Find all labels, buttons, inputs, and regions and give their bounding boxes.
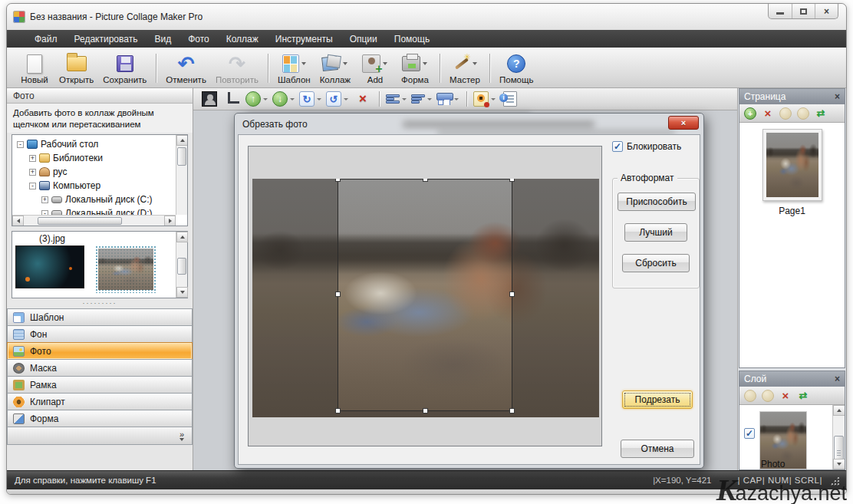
collapse-icon[interactable]: -	[17, 141, 24, 148]
panel-splitter[interactable]: ·········	[7, 298, 193, 308]
tree-item-desktop[interactable]: - Рабочий стол	[15, 137, 187, 151]
layer-visibility-checkbox[interactable]: ✓	[744, 428, 755, 439]
tree-item-user[interactable]: + рус	[15, 165, 187, 179]
bring-forward-button[interactable]: ↑	[245, 91, 269, 107]
menu-help[interactable]: Помощь	[387, 31, 437, 47]
scroll-down-arrow[interactable]	[176, 287, 188, 298]
menu-tools[interactable]: Инструменты	[268, 31, 341, 47]
minimize-button[interactable]	[769, 4, 792, 18]
crop-handle-bottom-left[interactable]	[335, 408, 341, 413]
accordion-item-shape[interactable]: Форма	[7, 410, 193, 427]
scroll-up-arrow[interactable]	[176, 232, 188, 242]
accordion-item-background[interactable]: Фон	[7, 325, 193, 343]
move-layer-down-button[interactable]	[762, 390, 774, 402]
move-layer-up-button[interactable]	[744, 390, 756, 402]
crop-handle-middle-right[interactable]	[509, 292, 515, 297]
menu-view[interactable]: Вид	[147, 31, 179, 47]
swap-pages-button[interactable]: ⇄	[815, 107, 827, 120]
crop-handle-top-left[interactable]	[335, 179, 341, 182]
send-backward-button[interactable]: ↓	[272, 91, 296, 107]
fit-button[interactable]: Приспособить	[618, 193, 696, 211]
scroll-right-arrow[interactable]	[164, 216, 176, 226]
crop-confirm-button[interactable]: Подрезать	[622, 390, 693, 409]
tree-item-computer[interactable]: - Компьютер	[15, 179, 187, 193]
accordion-item-frame[interactable]: Рамка	[7, 376, 193, 394]
scroll-left-arrow[interactable]	[12, 216, 24, 226]
close-icon[interactable]: ×	[835, 374, 840, 384]
collapse-icon[interactable]: -	[29, 183, 36, 189]
rotate-ccw-button[interactable]: ↺	[326, 91, 350, 107]
dialog-close-button[interactable]: ×	[668, 116, 699, 130]
wizard-button[interactable]: Мастер	[445, 50, 485, 87]
scrollbar-thumb[interactable]	[38, 217, 122, 225]
thumbnails-scrollbar[interactable]	[176, 232, 187, 298]
scroll-down-arrow[interactable]	[833, 459, 845, 469]
crop-selection[interactable]	[338, 179, 512, 411]
menu-photo[interactable]: Фото	[180, 31, 217, 47]
align-left-button[interactable]	[411, 93, 433, 105]
close-icon[interactable]: ×	[835, 91, 840, 102]
lock-checkbox[interactable]: ✓	[612, 141, 623, 152]
collage-button[interactable]: Коллаж	[315, 50, 355, 87]
selected-photo-button[interactable]	[199, 90, 219, 108]
photo-thumbnail[interactable]	[15, 245, 84, 288]
crop-handle-middle-left[interactable]	[335, 292, 341, 297]
crop-handle-top-right[interactable]	[509, 179, 515, 182]
distribute-vertical-button[interactable]	[386, 93, 408, 105]
form-button[interactable]: Форма	[395, 50, 435, 87]
move-page-up-button[interactable]	[779, 107, 792, 120]
page-thumbnail[interactable]	[762, 129, 822, 201]
swap-layers-button[interactable]: ⇄	[797, 390, 809, 402]
new-button[interactable]: Новый	[15, 50, 54, 87]
lock-checkbox-row[interactable]: ✓ Блокировать	[612, 141, 700, 152]
expand-icon[interactable]: +	[41, 196, 48, 203]
move-page-down-button[interactable]	[797, 107, 809, 120]
layers-scrollbar[interactable]	[832, 405, 845, 469]
tree-vertical-scrollbar[interactable]	[176, 135, 187, 215]
properties-button[interactable]	[500, 90, 520, 108]
accordion-item-mask[interactable]: Маска	[7, 359, 193, 377]
best-button[interactable]: Лучший	[624, 223, 687, 242]
maximize-button[interactable]	[792, 4, 815, 18]
tree-horizontal-scrollbar[interactable]	[12, 215, 176, 226]
scrollbar-thumb[interactable]	[177, 258, 186, 275]
redo-button[interactable]: ↷ Повторить	[211, 50, 263, 87]
photo-thumbnail-selected[interactable]	[95, 245, 156, 293]
template-button[interactable]: Шаблон	[273, 50, 315, 87]
menu-edit[interactable]: Редактировать	[67, 31, 146, 47]
rotate-cw-button[interactable]: ↻	[299, 91, 323, 107]
title-bar[interactable]: Без названия - Picture Collage Maker Pro…	[7, 4, 846, 30]
effects-button[interactable]	[473, 91, 497, 107]
tree-item-disk-c[interactable]: + Локальный диск (C:)	[15, 193, 187, 206]
tree-item-libraries[interactable]: + Библиотеки	[15, 151, 187, 165]
help-button[interactable]: ? Помощь	[495, 50, 538, 87]
menu-collage[interactable]: Коллаж	[219, 31, 266, 47]
crop-handle-bottom-right[interactable]	[509, 408, 515, 413]
layout-button[interactable]	[436, 93, 460, 105]
accordion-item-clipart[interactable]: Клипарт	[7, 393, 193, 410]
menu-options[interactable]: Опции	[342, 31, 385, 47]
accordion-item-photo[interactable]: Фото	[7, 342, 193, 360]
layer-row[interactable]: ✓	[739, 405, 845, 469]
save-button[interactable]: Сохранить	[98, 50, 151, 87]
open-button[interactable]: Открыть	[54, 50, 98, 87]
expand-icon[interactable]: +	[29, 169, 36, 176]
accordion-item-template[interactable]: Шаблон	[7, 308, 193, 326]
scroll-up-arrow[interactable]	[176, 135, 188, 146]
close-button[interactable]: ×	[815, 4, 838, 18]
delete-photo-button[interactable]: ×	[353, 90, 373, 108]
add-page-button[interactable]: +	[744, 107, 756, 120]
delete-layer-button[interactable]: ×	[779, 390, 792, 402]
crop-handle-bottom-middle[interactable]	[423, 408, 428, 413]
scrollbar-thumb[interactable]	[177, 147, 186, 166]
add-button[interactable]: Add	[355, 50, 395, 87]
reset-button[interactable]: Сбросить	[622, 254, 690, 272]
undo-button[interactable]: ↶ Отменить	[161, 50, 211, 87]
dialog-title-bar[interactable]: Обрезать фото ×	[238, 114, 700, 134]
cancel-button[interactable]: Отмена	[621, 440, 694, 458]
scroll-up-arrow[interactable]	[833, 405, 845, 416]
expand-icon[interactable]: +	[29, 155, 36, 162]
crop-handle-top-middle[interactable]	[423, 179, 428, 182]
delete-page-button[interactable]: ×	[762, 107, 774, 120]
crop-tool-button[interactable]	[222, 90, 242, 108]
